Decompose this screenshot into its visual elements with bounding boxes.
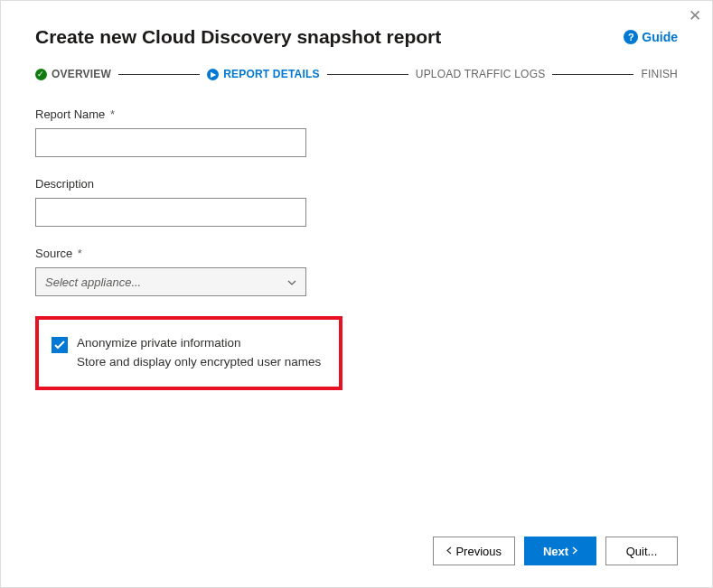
field-label: Report Name * — [35, 107, 678, 121]
step-connector — [327, 74, 408, 75]
step-connector — [552, 74, 633, 75]
anonymize-sublabel: Store and display only encrypted user na… — [77, 355, 321, 369]
next-button[interactable]: Next — [524, 537, 596, 565]
field-description: Description — [35, 177, 678, 227]
help-icon: ? — [624, 30, 638, 44]
button-label: Next — [543, 545, 568, 558]
button-label: Previous — [455, 545, 502, 558]
description-input[interactable] — [35, 198, 306, 227]
step-connector — [118, 74, 200, 75]
step-finish[interactable]: FINISH — [641, 68, 678, 80]
check-icon: ✓ — [35, 69, 47, 80]
field-label: Description — [35, 177, 678, 191]
quit-button[interactable]: Quit... — [605, 537, 678, 565]
close-icon[interactable]: ✕ — [689, 8, 701, 23]
anonymize-highlight: Anonymize private information Store and … — [35, 316, 342, 390]
report-name-input[interactable] — [35, 128, 306, 157]
step-report-details[interactable]: ▶ REPORT DETAILS — [207, 68, 320, 80]
page-title: Create new Cloud Discovery snapshot repo… — [35, 26, 441, 48]
checkmark-icon — [54, 341, 65, 350]
dialog-create-snapshot-report: ✕ Create new Cloud Discovery snapshot re… — [0, 0, 713, 588]
anonymize-label: Anonymize private information — [77, 336, 321, 350]
step-label: REPORT DETAILS — [223, 68, 320, 80]
chevron-right-icon — [572, 546, 577, 556]
play-icon: ▶ — [207, 69, 219, 80]
field-label: Source * — [35, 247, 678, 260]
anonymize-checkbox[interactable] — [52, 337, 68, 353]
button-label: Quit... — [626, 545, 658, 558]
step-label: UPLOAD TRAFFIC LOGS — [416, 68, 546, 80]
step-upload-logs[interactable]: UPLOAD TRAFFIC LOGS — [416, 68, 546, 80]
anonymize-checkbox-row: Anonymize private information Store and … — [52, 336, 326, 369]
source-select[interactable]: Select appliance... — [35, 267, 306, 296]
guide-link-label: Guide — [642, 30, 678, 44]
required-mark: * — [78, 247, 82, 260]
select-placeholder: Select appliance... — [45, 275, 141, 289]
required-mark: * — [110, 107, 115, 121]
wizard-stepper: ✓ OVERVIEW ▶ REPORT DETAILS UPLOAD TRAFF… — [35, 68, 678, 80]
step-overview[interactable]: ✓ OVERVIEW — [35, 68, 111, 80]
step-label: OVERVIEW — [52, 68, 111, 80]
previous-button[interactable]: Previous — [433, 537, 515, 565]
anonymize-text: Anonymize private information Store and … — [77, 336, 321, 369]
dialog-footer: Previous Next Quit... — [433, 537, 678, 565]
step-label: FINISH — [641, 68, 678, 80]
chevron-down-icon — [287, 277, 296, 287]
field-report-name: Report Name * — [35, 107, 678, 157]
dialog-header: Create new Cloud Discovery snapshot repo… — [35, 26, 678, 48]
guide-link[interactable]: ? Guide — [624, 30, 678, 44]
field-source: Source * Select appliance... — [35, 247, 678, 296]
chevron-left-icon — [446, 546, 452, 556]
